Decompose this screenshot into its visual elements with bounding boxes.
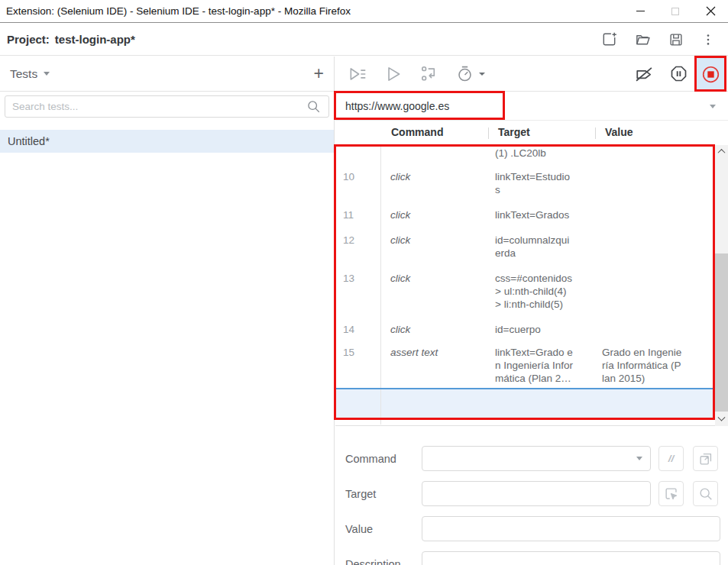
- command-field-label: Command: [345, 453, 422, 465]
- record-button[interactable]: [697, 57, 724, 91]
- search-icon: [306, 98, 322, 115]
- table-row[interactable]: 15 assert text linkText=Grado e n Ingeni…: [335, 342, 716, 388]
- row-command: click: [381, 202, 490, 228]
- row-target: css=#contenidos > ul:nth-child(4) > li:n…: [490, 266, 597, 317]
- row-target: (1) .LC20lb: [490, 145, 597, 164]
- project-name: test-login-app*: [50, 33, 135, 46]
- target-form-row: Target: [345, 481, 717, 506]
- new-project-icon: [600, 31, 618, 48]
- run-current-test-button[interactable]: [383, 64, 403, 84]
- row-value: [597, 389, 716, 419]
- minimize-button[interactable]: [623, 0, 658, 22]
- table-scrollbar[interactable]: [715, 145, 728, 426]
- column-header-target: Target: [498, 126, 530, 138]
- row-command: click: [381, 228, 490, 266]
- search-box: [5, 95, 329, 118]
- row-command: click: [381, 164, 490, 202]
- target-field[interactable]: [422, 481, 651, 506]
- row-value: Grado en Ingenie ría Informática (P lan …: [597, 342, 716, 388]
- minimize-icon: [636, 11, 645, 11]
- chevron-down-icon: [44, 72, 50, 76]
- open-new-window-icon: [697, 450, 714, 467]
- more-menu-button[interactable]: [700, 31, 716, 48]
- value-field[interactable]: [422, 516, 720, 541]
- table-row-selected-empty[interactable]: [335, 388, 716, 419]
- selenium-ide-window: Extension: (Selenium IDE) - Selenium IDE…: [0, 0, 728, 565]
- column-divider: [488, 128, 489, 139]
- column-header-value: Value: [605, 126, 633, 138]
- tests-sidebar: Tests + Untitled*: [0, 56, 335, 565]
- record-icon: [701, 65, 720, 84]
- step-over-button[interactable]: [419, 64, 439, 84]
- row-number: 10: [335, 164, 381, 202]
- row-number: 15: [335, 342, 381, 388]
- run-all-tests-button[interactable]: [348, 64, 367, 84]
- row-command: [381, 389, 490, 419]
- row-target: linkText=Estudio s: [490, 164, 597, 202]
- table-row[interactable]: 10 click linkText=Estudio s: [335, 164, 716, 202]
- maximize-icon: [671, 8, 679, 15]
- disable-breakpoints-button[interactable]: [633, 56, 655, 91]
- search-icon: [697, 486, 714, 502]
- find-target-button[interactable]: [693, 481, 718, 506]
- open-new-window-button[interactable]: [693, 446, 718, 471]
- row-number: 11: [335, 202, 381, 228]
- title-bar: Extension: (Selenium IDE) - Selenium IDE…: [0, 0, 728, 23]
- add-test-button[interactable]: +: [314, 65, 324, 82]
- command-field[interactable]: [422, 446, 651, 471]
- close-button[interactable]: [693, 0, 728, 22]
- row-value: [597, 202, 716, 228]
- target-field-label: Target: [345, 488, 422, 500]
- row-target: id=columnalzqui erda: [490, 228, 597, 266]
- table-row[interactable]: 12 click id=columnalzqui erda: [335, 228, 716, 266]
- scroll-down-button[interactable]: [715, 413, 728, 426]
- save-icon: [668, 31, 684, 48]
- row-number: [335, 389, 381, 419]
- scroll-up-button[interactable]: [715, 145, 728, 158]
- select-element-icon: [663, 486, 680, 502]
- tests-dropdown[interactable]: Tests: [10, 67, 50, 81]
- open-project-button[interactable]: [634, 31, 652, 48]
- search-tests-input[interactable]: [12, 101, 306, 112]
- row-number: [335, 145, 381, 164]
- row-target: [490, 389, 597, 419]
- column-divider: [595, 128, 596, 139]
- row-number: 12: [335, 228, 381, 266]
- toggle-comment-button[interactable]: //: [658, 446, 684, 471]
- description-field[interactable]: [422, 551, 720, 565]
- main-panel: https://www.google.es Command Target Val…: [335, 56, 728, 565]
- table-row[interactable]: 13 click css=#contenidos > ul:nth-child(…: [335, 266, 716, 317]
- commands-table: (1) .LC20lb 10 click linkText=Estudio s …: [335, 145, 716, 425]
- chevron-down-icon: [710, 105, 716, 108]
- new-project-button[interactable]: [600, 31, 618, 48]
- row-target: id=cuerpo: [490, 317, 597, 342]
- disable-breakpoints-icon: [633, 63, 655, 85]
- table-row[interactable]: (1) .LC20lb: [335, 145, 716, 164]
- table-row[interactable]: 14 click id=cuerpo: [335, 317, 716, 342]
- pause-on-exceptions-button[interactable]: [668, 56, 689, 91]
- project-label: Project:: [0, 33, 50, 46]
- description-form-row: Description: [345, 551, 717, 565]
- commands-table-header: Command Target Value: [335, 121, 728, 145]
- save-project-button[interactable]: [668, 31, 684, 48]
- test-list-item-untitled[interactable]: Untitled*: [0, 130, 334, 153]
- tests-dropdown-label: Tests: [10, 67, 37, 81]
- base-url-combobox[interactable]: https://www.google.es: [335, 92, 728, 121]
- test-speed-button[interactable]: [455, 64, 485, 83]
- description-field-label: Description: [345, 558, 422, 565]
- tests-header: Tests +: [0, 56, 334, 92]
- table-row[interactable]: 11 click linkText=Grados: [335, 202, 716, 228]
- row-command: assert text: [381, 342, 490, 388]
- maximize-button[interactable]: [658, 0, 693, 22]
- window-controls: [623, 0, 728, 22]
- row-target: linkText=Grado e n Ingeniería Infor máti…: [490, 342, 597, 388]
- scrollbar-thumb[interactable]: [715, 253, 728, 412]
- pause-on-exceptions-icon: [668, 63, 689, 84]
- select-target-button[interactable]: [658, 481, 684, 506]
- row-target: linkText=Grados: [490, 202, 597, 228]
- row-value: [597, 164, 716, 202]
- base-url-value: https://www.google.es: [335, 100, 449, 112]
- chevron-up-icon: [718, 149, 726, 157]
- stopwatch-icon: [455, 64, 474, 83]
- command-editor: Command // Target: [335, 426, 728, 565]
